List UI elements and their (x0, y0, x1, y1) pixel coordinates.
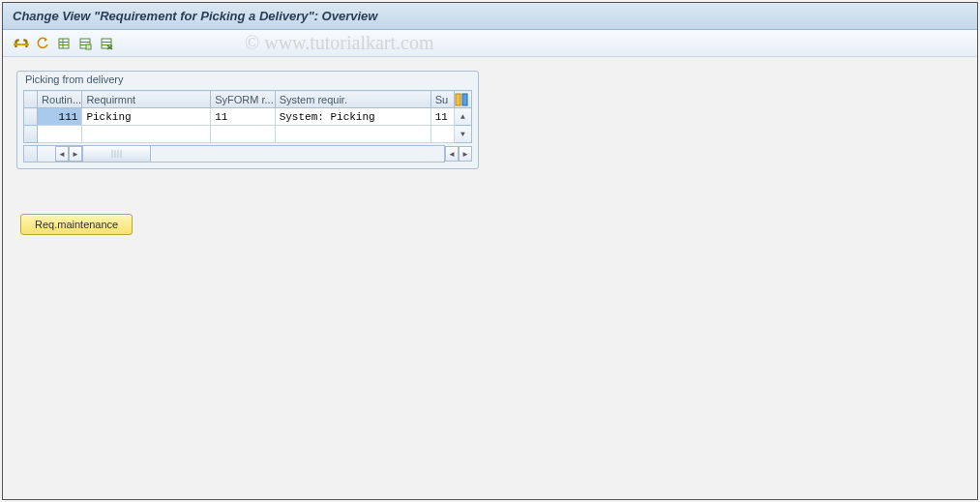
table-settings-button[interactable] (454, 91, 471, 108)
col-header-system-req[interactable]: System requir. (275, 91, 431, 108)
page-title: Change View "Requirement for Picking a D… (3, 3, 977, 30)
req-maintenance-button[interactable]: Req.maintenance (20, 214, 133, 235)
cell-routine[interactable]: 111 (38, 108, 82, 126)
grid: Routin... Requirmnt SyFORM r... System r… (23, 90, 472, 143)
hscroll-track[interactable] (82, 145, 445, 162)
col-header-routine[interactable]: Routin... (38, 91, 82, 108)
hscroll-corner (23, 145, 38, 162)
select-all-header[interactable] (24, 91, 38, 108)
new-entries-icon[interactable] (55, 35, 73, 52)
table-row[interactable]: ▼ (24, 126, 472, 143)
scroll-right-fixed-icon[interactable]: ► (69, 146, 82, 162)
glasses-toggle-icon[interactable] (13, 35, 30, 52)
copy-as-icon[interactable] (76, 35, 94, 52)
hscroll-fixed-area: ◄ ► (38, 145, 82, 162)
page-title-text: Change View "Requirement for Picking a D… (13, 9, 377, 23)
scroll-right-icon[interactable]: ► (459, 146, 472, 162)
group-label: Picking from delivery (17, 71, 478, 85)
horizontal-scrollbar: ◄ ► ◄ ► (23, 145, 472, 162)
scroll-down-icon[interactable]: ▼ (454, 126, 471, 143)
cell-su[interactable] (431, 126, 454, 143)
cell-system-req[interactable]: System: Picking (275, 108, 431, 126)
cell-routine[interactable] (38, 126, 82, 143)
delete-entry-icon[interactable] (98, 35, 115, 52)
col-header-requirement[interactable]: Requirmnt (82, 91, 211, 108)
undo-icon[interactable] (34, 35, 51, 52)
col-header-syform[interactable]: SyFORM r... (211, 91, 275, 108)
cell-su[interactable]: 11 (431, 108, 454, 126)
svg-rect-13 (456, 94, 460, 105)
group-picking-from-delivery: Picking from delivery Routin... Requirmn… (16, 71, 479, 169)
svg-rect-7 (86, 44, 91, 49)
cell-requirement[interactable] (82, 126, 211, 143)
table-row[interactable]: 111 Picking 11 System: Picking 11 ▲ (24, 108, 472, 126)
scroll-left-fixed-icon[interactable]: ◄ (55, 146, 69, 162)
cell-syform[interactable] (211, 126, 275, 143)
col-header-su[interactable]: Su (431, 91, 454, 108)
toolbar (3, 30, 977, 57)
row-selector[interactable] (24, 108, 38, 126)
row-selector[interactable] (24, 126, 38, 143)
grid-table: Routin... Requirmnt SyFORM r... System r… (23, 90, 472, 143)
cell-requirement[interactable]: Picking (82, 108, 211, 126)
hscroll-thumb[interactable] (83, 146, 151, 162)
cell-system-req[interactable] (275, 126, 431, 143)
scroll-left-icon[interactable]: ◄ (445, 146, 459, 162)
scroll-up-icon[interactable]: ▲ (454, 108, 471, 126)
cell-syform[interactable]: 11 (211, 108, 275, 126)
svg-rect-0 (59, 39, 69, 48)
svg-rect-14 (462, 94, 467, 105)
